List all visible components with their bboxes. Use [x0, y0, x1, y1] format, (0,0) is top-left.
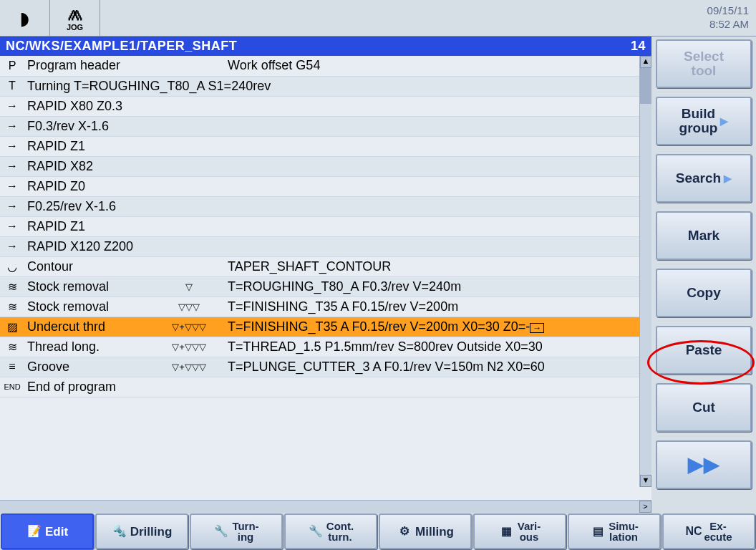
row-text: T=PLUNGE_CUTTER_3 A F0.1/rev V=150m N2 X…: [225, 357, 651, 377]
row-icon: P: [0, 56, 24, 76]
row-symbol: [153, 256, 225, 276]
program-row[interactable]: ◡ContourTAPER_SHAFT_CONTOUR: [0, 256, 651, 276]
row-icon: →: [0, 196, 24, 216]
row-symbol: ▽▽▽: [153, 296, 225, 317]
scroll-right-button[interactable]: >: [639, 501, 651, 513]
row-continue-icon: →: [530, 323, 544, 333]
row-text: T=FINISHING_T35 A F0.15/rev V=200m: [225, 296, 651, 317]
scroll-thumb[interactable]: [640, 68, 651, 104]
row-name: Groove: [24, 357, 153, 377]
program-row[interactable]: ≋Thread long.▽+▽▽▽T=THREAD_1.5 P1.5mm/re…: [0, 337, 651, 357]
program-row[interactable]: ▨Undercut thrd▽+▽▽▽T=FINISHING_T35 A F0.…: [0, 317, 651, 337]
turning-icon: 🔧: [213, 526, 229, 537]
program-row[interactable]: TTurning T=ROUGHING_T80_A S1=240rev: [0, 76, 651, 96]
drilling-icon: 🔩: [112, 526, 127, 537]
copy-button[interactable]: Copy: [656, 269, 752, 317]
row-icon: ▨: [0, 317, 24, 337]
milling-tab[interactable]: ⚙Milling: [379, 513, 472, 549]
simulation-icon: ▤: [590, 526, 606, 537]
row-name: F0.3/rev X-1.6: [24, 116, 651, 136]
row-symbol: [153, 56, 225, 76]
drilling-tab[interactable]: 🔩Drilling: [95, 513, 188, 549]
row-icon: →: [0, 236, 24, 256]
row-symbol: ▽: [153, 276, 225, 296]
row-name: Program header: [24, 56, 153, 76]
program-row[interactable]: ≋Stock removal▽T=ROUGHING_T80_A F0.3/rev…: [0, 276, 651, 296]
program-row[interactable]: ENDEnd of program: [0, 377, 651, 397]
row-text: T=THREAD_1.5 P1.5mm/rev S=800rev Outside…: [225, 337, 651, 357]
row-name: Undercut thrd: [24, 317, 153, 337]
various-tab[interactable]: ▦Vari-ous: [473, 513, 566, 549]
execute-tab[interactable]: NCEx-ecute: [662, 513, 755, 549]
various-icon: ▦: [499, 526, 515, 537]
row-name: End of program: [24, 377, 651, 397]
row-name: F0.25/rev X-1.6: [24, 196, 651, 216]
row-name: Stock removal: [24, 296, 153, 317]
row-symbol: ▽+▽▽▽: [153, 317, 225, 337]
row-icon: T: [0, 76, 24, 96]
program-row[interactable]: →RAPID Z1: [0, 136, 651, 156]
row-icon: →: [0, 136, 24, 156]
row-icon: →: [0, 116, 24, 136]
program-row[interactable]: ≡Groove▽+▽▽▽T=PLUNGE_CUTTER_3 A F0.1/rev…: [0, 357, 651, 377]
program-row[interactable]: →RAPID X80 Z0.3: [0, 96, 651, 116]
row-name: RAPID Z1: [24, 216, 651, 236]
edit-tab[interactable]: 📝Edit: [1, 513, 94, 549]
row-text: T=ROUGHING_T80_A F0.3/rev V=240m: [225, 276, 651, 296]
row-name: RAPID Z0: [24, 176, 651, 196]
vertical-scrollbar[interactable]: ▲ ▼: [639, 56, 651, 487]
row-icon: →: [0, 96, 24, 116]
date: 09/15/11: [707, 4, 749, 18]
row-text: Work offset G54: [225, 56, 651, 76]
row-icon: ≋: [0, 337, 24, 357]
row-icon: ≋: [0, 296, 24, 317]
row-icon: →: [0, 216, 24, 236]
row-name: RAPID X82: [24, 156, 651, 176]
scroll-up-button[interactable]: ▲: [640, 56, 651, 68]
execute-icon: NC: [685, 526, 701, 537]
row-symbol: ▽+▽▽▽: [153, 337, 225, 357]
row-name: RAPID X120 Z200: [24, 236, 651, 256]
simulation-tab[interactable]: ▤Simu-lation: [568, 513, 661, 549]
program-row[interactable]: →F0.3/rev X-1.6: [0, 116, 651, 136]
cut-button[interactable]: Cut: [656, 383, 752, 432]
row-name: Stock removal: [24, 276, 153, 296]
row-name: RAPID Z1: [24, 136, 651, 156]
jog-mode[interactable]: ⩕ JOG: [50, 0, 100, 37]
program-editor[interactable]: PProgram headerWork offset G54TTurning T…: [0, 56, 651, 500]
row-name: RAPID X80 Z0.3: [24, 96, 651, 116]
row-symbol: ▽+▽▽▽: [153, 357, 225, 377]
more-button[interactable]: ▶▶: [656, 440, 752, 489]
build-group-button[interactable]: Buildgroup: [656, 97, 752, 145]
horizontal-scrollbar[interactable]: >: [0, 500, 651, 513]
scroll-down-button[interactable]: ▼: [640, 475, 651, 487]
jog-label: JOG: [67, 23, 83, 32]
edit-icon: 📝: [26, 526, 42, 537]
program-path-bar: NC/WKS/EXAMPLE1/TAPER_SHAFT 14: [0, 37, 651, 56]
row-icon: ◡: [0, 256, 24, 276]
row-icon: ≋: [0, 276, 24, 296]
program-row[interactable]: →RAPID X82: [0, 156, 651, 176]
machine-icon[interactable]: ◗: [0, 0, 50, 37]
program-row[interactable]: ≋Stock removal▽▽▽T=FINISHING_T35 A F0.15…: [0, 296, 651, 317]
datetime: 09/15/11 8:52 AM: [707, 0, 756, 36]
search-button[interactable]: Search: [656, 154, 752, 203]
line-number: 14: [631, 39, 646, 54]
paste-button[interactable]: Paste: [656, 326, 752, 375]
row-name: Contour: [24, 256, 153, 276]
row-icon: →: [0, 176, 24, 196]
program-row[interactable]: PProgram headerWork offset G54: [0, 56, 651, 76]
cont-turn-tab[interactable]: 🔧Cont.turn.: [284, 513, 377, 549]
program-path: NC/WKS/EXAMPLE1/TAPER_SHAFT: [6, 39, 237, 54]
mark-button[interactable]: Mark: [656, 211, 752, 260]
program-row[interactable]: →RAPID X120 Z200: [0, 236, 651, 256]
program-row[interactable]: →F0.25/rev X-1.6: [0, 196, 651, 216]
row-text: T=FINISHING_T35 A F0.15/rev V=200m X0=30…: [225, 317, 651, 337]
turning-tab[interactable]: 🔧Turn-ing: [190, 513, 283, 549]
milling-icon: ⚙: [397, 526, 412, 537]
select-tool-button: Selecttool: [656, 39, 752, 88]
program-row[interactable]: →RAPID Z1: [0, 216, 651, 236]
row-icon: ≡: [0, 357, 24, 377]
program-row[interactable]: →RAPID Z0: [0, 176, 651, 196]
row-name: Thread long.: [24, 337, 153, 357]
